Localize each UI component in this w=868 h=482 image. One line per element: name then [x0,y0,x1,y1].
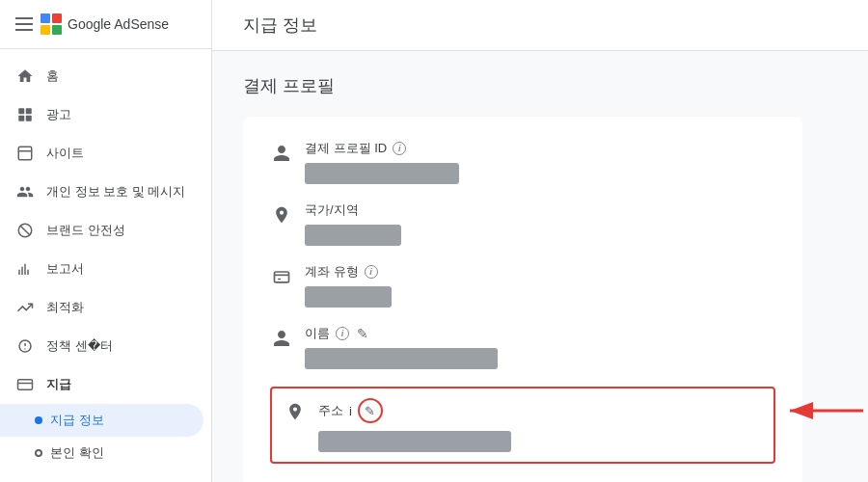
name-person-icon [270,327,293,350]
sidebar-item-label: 브랜드 안전성 [46,222,125,239]
svg-point-10 [24,348,26,350]
active-dot-icon [35,416,42,424]
svg-line-7 [20,226,31,236]
person-icon [270,142,293,165]
red-arrow-icon [788,400,865,421]
logo-area: Google AdSense [41,13,169,35]
sidebar-item-policy[interactable]: 정책 센�터 [0,327,203,365]
sidebar-item-label: 최적화 [46,299,84,316]
sidebar: Google AdSense 홈 광고 사이트 [0,0,212,482]
svg-rect-13 [275,272,289,282]
page-title: 지급 정보 [243,15,317,35]
site-icon [15,144,35,163]
sidebar-header: Google AdSense [0,0,211,49]
name-content: 이름 i ✎ [305,325,775,369]
account-type-label: 계좌 유형 i [305,263,775,281]
profile-card: 결제 프로필 ID i 국가/지역 [243,117,802,482]
field-profile-id: 결제 프로필 ID i [270,140,775,184]
account-type-info-icon[interactable]: i [365,265,378,279]
svg-rect-3 [26,116,32,121]
sidebar-item-privacy[interactable]: 개인 정보 보호 및 메시지 [0,173,203,211]
policy-icon [15,336,35,356]
country-content: 국가/지역 [305,201,775,246]
hamburger-menu-button[interactable] [15,17,33,31]
sidebar-item-label: 사이트 [46,145,84,162]
sidebar-item-brand[interactable]: 브랜드 안전성 [0,211,203,250]
main-body: 결제 프로필 결제 프로필 ID i [212,51,868,482]
profile-id-value [305,163,459,184]
sidebar-nav: 홈 광고 사이트 개인 정보 보호 및 메시지 [0,49,211,477]
ads-icon [15,105,35,124]
section-title: 결제 프로필 [243,74,837,97]
flag-icon [270,203,293,227]
report-icon [15,259,35,279]
address-row: 주소 i ✎ [284,398,762,452]
sidebar-item-ads[interactable]: 광고 [0,95,203,134]
svg-rect-4 [18,147,32,160]
brand-icon [15,221,35,240]
sidebar-item-label: 보고서 [46,260,84,278]
sidebar-subitem-payment-info[interactable]: 지급 정보 [0,404,203,437]
country-label: 국가/지역 [305,201,775,219]
sidebar-item-label: 홈 [46,67,59,85]
main-content: 지급 정보 결제 프로필 결제 프로필 ID i [212,0,868,482]
profile-id-content: 결제 프로필 ID i [305,140,775,184]
sidebar-item-label: 개인 정보 보호 및 메시지 [46,183,185,201]
sidebar-item-site[interactable]: 사이트 [0,134,203,173]
sidebar-item-label: 지급 [46,376,71,393]
inactive-dot-icon [35,449,42,457]
address-edit-button[interactable]: ✎ [358,398,383,423]
profile-id-info-icon[interactable]: i [393,142,406,155]
annotation-group: 수정 클릭 [788,400,868,421]
name-label: 이름 i ✎ [305,325,775,342]
address-info-icon[interactable]: i [349,404,352,418]
field-account-type: 계좌 유형 i [270,263,775,308]
sidebar-subitem-identity[interactable]: 본인 확인 [0,437,203,469]
name-edit-icon[interactable]: ✎ [357,326,368,341]
address-content: 주소 i ✎ [318,398,762,452]
svg-rect-0 [18,108,24,114]
name-info-icon[interactable]: i [336,327,349,340]
field-country: 국가/지역 [270,201,775,246]
field-name: 이름 i ✎ [270,325,775,369]
account-icon [270,265,293,288]
account-type-content: 계좌 유형 i [305,263,775,308]
profile-id-label: 결제 프로필 ID i [305,140,775,157]
payment-icon [15,375,35,394]
logo-text: Google AdSense [68,16,169,32]
name-value [305,348,498,369]
sidebar-item-label: 정책 센�터 [46,337,113,355]
google-logo-icon [41,13,62,35]
account-type-value [305,286,392,308]
sidebar-item-optimize[interactable]: 최적화 [0,288,203,327]
sidebar-subitem-label: 본인 확인 [50,444,104,462]
address-edit-icon: ✎ [365,404,375,418]
country-value [305,225,401,246]
sidebar-item-payment[interactable]: 지급 [0,365,203,404]
home-icon [15,67,35,86]
svg-rect-1 [26,108,32,114]
address-value [318,431,511,452]
svg-rect-11 [18,380,33,390]
sidebar-item-label: 광고 [46,106,71,123]
sidebar-subitem-label: 지급 정보 [50,412,104,429]
address-label: 주소 i ✎ [318,398,762,423]
sidebar-item-report[interactable]: 보고서 [0,250,203,288]
optimize-icon [15,298,35,317]
svg-rect-14 [278,279,281,281]
page-header: 지급 정보 [212,0,868,51]
privacy-icon [15,182,35,201]
address-pin-icon [284,400,307,423]
address-section: 주소 i ✎ [270,387,775,464]
sidebar-item-home[interactable]: 홈 [0,57,203,95]
svg-rect-2 [18,116,24,121]
